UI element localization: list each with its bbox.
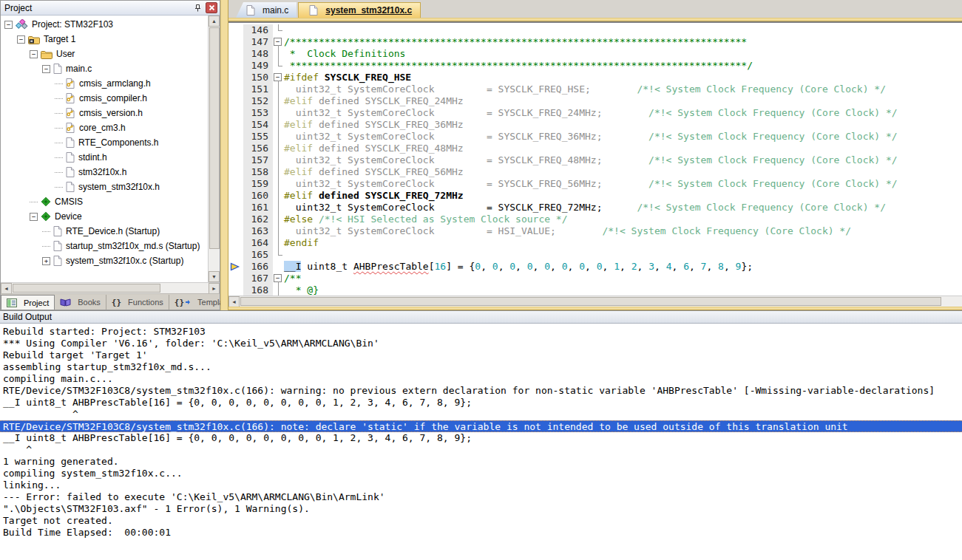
build-output-line[interactable]: Rebuild started: Project: STM32F103 bbox=[0, 326, 962, 338]
code-line[interactable] bbox=[284, 249, 962, 261]
code-line[interactable]: #elif defined SYSCLK_FREQ_56MHz bbox=[284, 166, 962, 178]
tree-item[interactable]: CMSIS bbox=[1, 194, 208, 209]
build-output-line[interactable]: linking... bbox=[0, 479, 962, 491]
editor-margin bbox=[228, 225, 243, 237]
code-line[interactable]: #elif defined SYSCLK_FREQ_48MHz bbox=[284, 143, 962, 154]
editor-margin bbox=[228, 95, 243, 107]
build-output-line[interactable]: Rebuild target 'Target 1' bbox=[0, 349, 962, 361]
build-output-line[interactable]: compiling main.c... bbox=[0, 373, 962, 385]
code-line[interactable]: #elif defined SYSCLK_FREQ_24MHz bbox=[284, 95, 962, 107]
close-icon[interactable] bbox=[206, 2, 217, 13]
code-line[interactable]: #elif defined SYSCLK_FREQ_72MHz bbox=[284, 190, 962, 202]
tree-item[interactable]: core_cm3.h bbox=[1, 120, 208, 135]
collapse-icon[interactable]: − bbox=[4, 21, 13, 29]
build-output-line[interactable]: compiling system_stm32f10x.c... bbox=[0, 468, 962, 479]
tree-item[interactable]: −main.c bbox=[1, 61, 208, 76]
tree-item[interactable]: RTE_Device.h (Startup) bbox=[1, 224, 208, 239]
tree-item[interactable]: stm32f10x.h bbox=[1, 165, 208, 180]
code-line[interactable]: #endif bbox=[284, 237, 962, 249]
code-line[interactable]: * @} bbox=[284, 284, 962, 296]
tree-item[interactable]: +system_stm32f10x.c (Startup) bbox=[1, 253, 208, 268]
tree-item[interactable]: −Project: STM32F103 bbox=[1, 17, 208, 32]
fold-margin bbox=[273, 119, 284, 131]
build-output-line[interactable]: *** Using Compiler 'V6.16', folder: 'C:\… bbox=[0, 338, 962, 349]
fold-margin: − bbox=[273, 36, 284, 48]
code-line[interactable] bbox=[284, 24, 962, 36]
editor-margin bbox=[228, 36, 243, 48]
code-row: 152#elif defined SYSCLK_FREQ_24MHz bbox=[228, 95, 962, 107]
code-line[interactable]: uint32_t SystemCoreClock = HSI_VALUE; /*… bbox=[284, 225, 962, 237]
build-output-line[interactable]: __I uint8_t AHBPrescTable[16] = {0, 0, 0… bbox=[0, 432, 962, 444]
code-line[interactable]: * Clock Definitions bbox=[284, 48, 962, 60]
build-output-line[interactable]: assembling startup_stm32f10x_md.s... bbox=[0, 361, 962, 373]
tree-item[interactable]: −Device bbox=[1, 209, 208, 224]
scroll-up-icon[interactable]: ▲ bbox=[209, 16, 220, 27]
build-message-arrow-icon bbox=[228, 261, 243, 273]
build-output-line[interactable]: ^ bbox=[0, 444, 962, 456]
tree-item[interactable]: cmsis_version.h bbox=[1, 106, 208, 120]
tree-item-label: RTE_Device.h (Startup) bbox=[66, 226, 160, 236]
fold-margin bbox=[273, 202, 284, 214]
code-line[interactable]: __I uint8_t AHBPrescTable[16] = {0, 0, 0… bbox=[284, 261, 962, 273]
build-output-line[interactable]: ^ bbox=[0, 409, 962, 420]
code-line[interactable]: uint32_t SystemCoreClock = SYSCLK_FREQ_H… bbox=[284, 83, 962, 95]
build-output-line[interactable]: 1 warning generated. bbox=[0, 456, 962, 468]
collapse-icon[interactable]: − bbox=[30, 213, 38, 221]
file-icon bbox=[53, 226, 62, 236]
build-output-panel: Build Output Rebuild started: Project: S… bbox=[0, 310, 962, 560]
project-tree-vertical-scrollbar[interactable]: ▲ ▼ bbox=[208, 16, 220, 282]
collapse-icon[interactable]: − bbox=[30, 50, 38, 58]
projecttab-icon bbox=[7, 298, 17, 307]
code-line[interactable]: uint32_t SystemCoreClock = SYSCLK_FREQ_5… bbox=[284, 178, 962, 190]
code-line[interactable]: uint32_t SystemCoreClock = SYSCLK_FREQ_2… bbox=[284, 107, 962, 119]
build-output-content[interactable]: Rebuild started: Project: STM32F103*** U… bbox=[0, 324, 962, 560]
build-output-line[interactable]: Target not created. bbox=[0, 515, 962, 527]
project-tree-horizontal-scrollbar[interactable]: ◄ ► bbox=[1, 282, 220, 293]
tree-item[interactable]: stdint.h bbox=[1, 150, 208, 165]
scrollbar-thumb[interactable] bbox=[240, 297, 941, 306]
code-line[interactable]: /***************************************… bbox=[284, 36, 962, 48]
tree-item[interactable]: system_stm32f10x.h bbox=[1, 180, 208, 194]
code-editor[interactable]: 146147−/********************************… bbox=[228, 23, 962, 296]
panel-tab-label: Functions bbox=[128, 298, 163, 307]
code-line[interactable]: /** bbox=[284, 273, 962, 284]
code-line[interactable]: #ifdef SYSCLK_FREQ_HSE bbox=[284, 72, 962, 83]
build-output-line[interactable]: __I uint8_t AHBPrescTable[16] = {0, 0, 0… bbox=[0, 397, 962, 409]
panel-tab-project[interactable]: Project bbox=[1, 295, 55, 310]
build-output-line-selected[interactable]: RTE/Device/STM32F103C8/system_stm32f10x.… bbox=[0, 420, 962, 432]
panel-tab-functions[interactable]: {}Functions bbox=[106, 295, 169, 310]
code-line[interactable]: uint32_t SystemCoreClock = SYSCLK_FREQ_4… bbox=[284, 154, 962, 166]
editor-tab-main.c[interactable]: main.c bbox=[236, 2, 297, 18]
scroll-right-icon[interactable]: ► bbox=[209, 283, 220, 294]
editor-horizontal-scrollbar[interactable]: ◄ bbox=[228, 296, 962, 307]
scroll-down-icon[interactable]: ▼ bbox=[209, 271, 220, 282]
scrollbar-thumb[interactable] bbox=[209, 27, 220, 249]
tree-item[interactable]: RTE_Components.h bbox=[1, 135, 208, 150]
code-row: 158#elif defined SYSCLK_FREQ_56MHz bbox=[228, 166, 962, 178]
tree-item[interactable]: cmsis_compiler.h bbox=[1, 91, 208, 106]
build-output-line[interactable]: RTE/Device/STM32F103C8/system_stm32f10x.… bbox=[0, 385, 962, 397]
scroll-left-icon[interactable]: ◄ bbox=[1, 283, 12, 294]
code-line[interactable]: uint32_t SystemCoreClock = SYSCLK_FREQ_3… bbox=[284, 131, 962, 143]
collapse-icon[interactable]: − bbox=[42, 65, 50, 73]
build-output-line[interactable]: Build Time Elapsed: 00:00:01 bbox=[0, 527, 962, 539]
code-line[interactable]: #elif defined SYSCLK_FREQ_36MHz bbox=[284, 119, 962, 131]
pin-icon[interactable] bbox=[192, 2, 203, 13]
expand-icon[interactable]: + bbox=[42, 257, 50, 265]
code-line[interactable]: #else /*!< HSI Selected as System Clock … bbox=[284, 214, 962, 225]
code-row: 147−/***********************************… bbox=[228, 36, 962, 48]
tree-item[interactable]: cmsis_armclang.h bbox=[1, 76, 208, 91]
scrollbar-thumb[interactable] bbox=[13, 284, 160, 293]
tree-item[interactable]: −User bbox=[1, 47, 208, 61]
vertical-splitter[interactable] bbox=[220, 0, 228, 310]
scroll-left-icon[interactable]: ◄ bbox=[228, 296, 240, 307]
code-line[interactable]: ****************************************… bbox=[284, 60, 962, 72]
collapse-icon[interactable]: − bbox=[17, 35, 25, 44]
editor-tab-system_stm32f10x.c[interactable]: system_stm32f10x.c bbox=[298, 2, 421, 18]
code-line[interactable]: uint32_t SystemCoreClock = SYSCLK_FREQ_7… bbox=[284, 202, 962, 214]
tree-item[interactable]: startup_stm32f10x_md.s (Startup) bbox=[1, 239, 208, 253]
tree-item[interactable]: −Target 1 bbox=[1, 32, 208, 47]
build-output-line[interactable]: --- Error: failed to execute 'C:\Keil_v5… bbox=[0, 491, 962, 503]
panel-tab-books[interactable]: Books bbox=[55, 295, 106, 310]
build-output-line[interactable]: ".\Objects\STM32F103.axf" - 1 Error(s), … bbox=[0, 503, 962, 515]
